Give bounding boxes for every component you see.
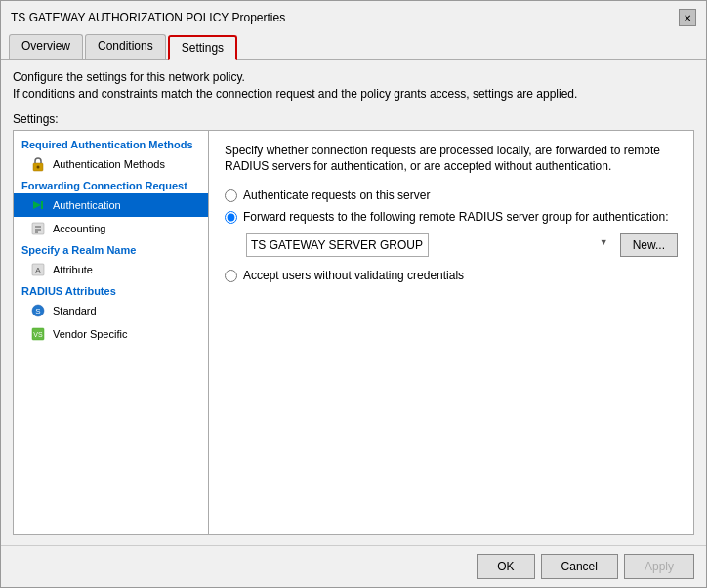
svg-rect-3 <box>41 201 43 209</box>
nav-item-authentication-label: Authentication <box>53 199 121 211</box>
radio-forward[interactable] <box>225 211 237 224</box>
tabs-bar: Overview Conditions Settings <box>1 30 706 60</box>
nav-item-standard[interactable]: S Standard <box>14 299 208 322</box>
radio-group: Authenticate requests on this server For… <box>225 189 678 224</box>
radio-accept[interactable] <box>225 270 237 282</box>
nav-item-standard-label: Standard <box>53 305 97 316</box>
vendor-icon: VS <box>29 325 47 343</box>
nav-header-required-auth[interactable]: Required Authentication Methods <box>14 135 208 152</box>
nav-item-attribute-label: Attribute <box>53 264 93 275</box>
nav-item-auth-methods[interactable]: Authentication Methods <box>14 152 208 176</box>
nav-header-realm[interactable]: Specify a Realm Name <box>14 240 208 258</box>
right-panel: Specify whether connection requests are … <box>209 131 693 534</box>
svg-marker-2 <box>33 201 41 209</box>
tab-settings[interactable]: Settings <box>168 35 237 60</box>
radio-forward-label[interactable]: Forward requests to the following remote… <box>243 210 669 224</box>
ok-button[interactable]: OK <box>477 554 534 579</box>
radio-option-forward: Forward requests to the following remote… <box>225 210 678 224</box>
apply-button[interactable]: Apply <box>624 554 694 579</box>
radio-option-local: Authenticate requests on this server <box>225 189 678 202</box>
radio-accept-label[interactable]: Accept users without validating credenti… <box>243 269 464 282</box>
window-title: TS GATEWAY AUTHORIZATION POLICY Properti… <box>11 11 285 24</box>
attribute-icon: A <box>29 261 47 278</box>
description-block: Configure the settings for this network … <box>13 69 694 103</box>
radio-option-accept: Accept users without validating credenti… <box>225 269 678 282</box>
new-button[interactable]: New... <box>620 233 678 257</box>
description-line1: Configure the settings for this network … <box>13 70 245 84</box>
forward-arrow-icon <box>29 196 47 214</box>
nav-item-accounting[interactable]: Accounting <box>14 217 208 240</box>
svg-text:A: A <box>35 266 41 274</box>
server-group-select[interactable]: TS GATEWAY SERVER GROUP <box>246 233 429 257</box>
content-area: Configure the settings for this network … <box>1 60 706 545</box>
radio-local-label[interactable]: Authenticate requests on this server <box>243 189 430 202</box>
close-button[interactable]: ✕ <box>679 9 696 26</box>
tab-overview[interactable]: Overview <box>9 34 83 59</box>
server-group-select-wrapper: TS GATEWAY SERVER GROUP <box>246 233 612 257</box>
nav-header-radius[interactable]: RADIUS Attributes <box>14 281 208 299</box>
right-panel-description: Specify whether connection requests are … <box>225 143 678 176</box>
standard-icon: S <box>29 302 47 319</box>
nav-item-vendor-specific-label: Vendor Specific <box>53 328 127 340</box>
tab-conditions[interactable]: Conditions <box>85 34 166 59</box>
footer: OK Cancel Apply <box>1 545 706 587</box>
dialog-window: TS GATEWAY AUTHORIZATION POLICY Properti… <box>0 0 707 588</box>
svg-text:S: S <box>35 307 40 315</box>
lock-icon <box>29 155 47 173</box>
left-nav: Required Authentication Methods Authenti… <box>14 131 209 534</box>
settings-label: Settings: <box>13 112 694 126</box>
svg-text:VS: VS <box>33 331 43 338</box>
nav-item-vendor-specific[interactable]: VS Vendor Specific <box>14 322 208 346</box>
accounting-icon <box>29 220 47 237</box>
cancel-button[interactable]: Cancel <box>541 554 618 579</box>
title-bar: TS GATEWAY AUTHORIZATION POLICY Properti… <box>1 1 706 30</box>
radio-local[interactable] <box>225 189 237 202</box>
nav-item-accounting-label: Accounting <box>53 223 105 234</box>
nav-item-authentication[interactable]: Authentication <box>14 193 208 217</box>
description-line2: If conditions and constraints match the … <box>13 87 577 101</box>
nav-header-forwarding[interactable]: Forwarding Connection Request <box>14 176 208 193</box>
svg-point-1 <box>37 165 40 168</box>
nav-item-attribute[interactable]: A Attribute <box>14 258 208 281</box>
nav-item-auth-methods-label: Authentication Methods <box>53 158 165 170</box>
server-group-row: TS GATEWAY SERVER GROUP New... <box>246 233 678 257</box>
settings-panel: Required Authentication Methods Authenti… <box>13 130 694 535</box>
